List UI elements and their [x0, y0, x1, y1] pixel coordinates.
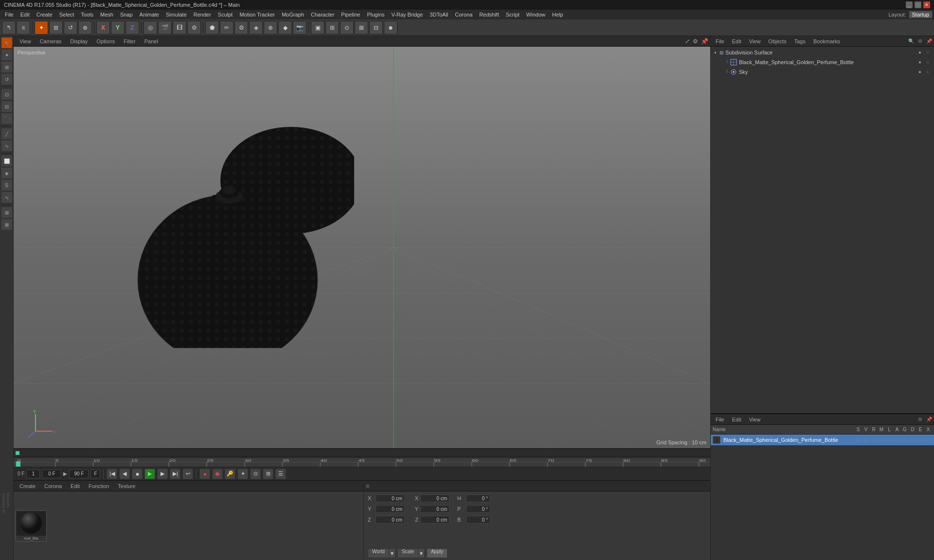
menu-animate[interactable]: Animate: [137, 11, 162, 18]
timeline-ruler[interactable]: 0 5 10 15 20 25 30 35 40: [14, 457, 710, 467]
btn-anim[interactable]: ✦: [237, 469, 248, 479]
mat-d-0[interactable]: □: [909, 438, 916, 442]
scene-search[interactable]: 🔍: [908, 38, 914, 44]
maximize-button[interactable]: □: [915, 1, 921, 8]
toolbar-move[interactable]: ✦: [35, 21, 48, 35]
menu-edit[interactable]: Edit: [18, 11, 33, 18]
sidebar-move[interactable]: ✦: [1, 49, 13, 61]
sidebar-obj1[interactable]: ⬜: [1, 155, 13, 167]
btn-prev-frame[interactable]: ◀: [119, 469, 130, 479]
scale-dropdown[interactable]: ▼: [418, 548, 425, 558]
toolbar-render4[interactable]: ⊠: [355, 21, 368, 35]
scene-item-subdivision[interactable]: ⊞ Subdivision Surface ● ○: [712, 48, 933, 57]
sidebar-polys[interactable]: ⬛: [1, 113, 13, 124]
menu-help[interactable]: Help: [549, 11, 566, 18]
toolbar-render3[interactable]: ⊙: [340, 21, 354, 35]
mat-settings[interactable]: ⚙: [918, 417, 922, 422]
menu-tools[interactable]: Tools: [78, 11, 96, 18]
menu-create[interactable]: Create: [34, 11, 55, 18]
toolbar-render5[interactable]: ⊟: [369, 21, 383, 35]
mat-v-0[interactable]: □: [862, 438, 870, 442]
btn-param[interactable]: ☰: [275, 469, 286, 479]
vp-tab-panel[interactable]: Panel: [141, 37, 162, 45]
scene-item-mesh[interactable]: └ Black_Matte_Spherical_Golden_Perfume_B…: [712, 57, 933, 67]
sidebar-rotate[interactable]: ↺: [1, 73, 13, 85]
mat-pin[interactable]: 📌: [926, 417, 932, 422]
subdiv-lock-icon[interactable]: ○: [924, 49, 931, 56]
mesh-lock-icon[interactable]: ○: [924, 59, 931, 66]
menu-plugins[interactable]: Plugins: [364, 11, 387, 18]
toolbar-render1[interactable]: ▣: [311, 21, 324, 35]
h-rot-input[interactable]: [466, 494, 490, 502]
mat-row-0[interactable]: Black_Matte_Spherical_Golden_Perfume_Bot…: [711, 435, 934, 445]
apply-button[interactable]: Apply: [427, 548, 448, 558]
mat-m-0[interactable]: □: [878, 438, 885, 442]
toolbar-y[interactable]: Y: [111, 21, 125, 35]
scene-view[interactable]: View: [746, 38, 764, 45]
vp-tab-filter[interactable]: Filter: [120, 37, 139, 45]
subdiv-expand[interactable]: [714, 50, 719, 55]
vp-pin[interactable]: 📌: [701, 38, 708, 45]
btn-motion[interactable]: ⊞: [263, 469, 273, 479]
btn-red2[interactable]: ◉: [212, 469, 223, 479]
sidebar-spline[interactable]: ∿: [1, 140, 13, 152]
mat-file[interactable]: File: [713, 416, 727, 423]
menu-window[interactable]: Window: [523, 11, 548, 18]
p-rot-input[interactable]: [466, 505, 490, 513]
vp-expand[interactable]: ⤢: [685, 38, 690, 45]
menu-render[interactable]: Render: [191, 11, 214, 18]
mat-edit[interactable]: Edit: [729, 416, 744, 423]
sidebar-obj3[interactable]: S: [1, 179, 13, 191]
mat-r-0[interactable]: □: [870, 438, 878, 442]
mat-tab-create[interactable]: Create: [16, 483, 39, 490]
toolbar-z[interactable]: Z: [126, 21, 139, 35]
scene-tags[interactable]: Tags: [791, 38, 808, 45]
layout-preset[interactable]: Startup: [909, 11, 932, 18]
scene-objects[interactable]: Objects: [765, 38, 789, 45]
toolbar-menu[interactable]: ≡: [17, 21, 30, 35]
x-pos-input[interactable]: [376, 494, 405, 502]
toolbar-magnet[interactable]: ◆: [278, 21, 292, 35]
menu-script[interactable]: Script: [503, 11, 522, 18]
btn-stop[interactable]: ■: [132, 469, 143, 479]
menu-pipeline[interactable]: Pipeline: [338, 11, 363, 18]
sidebar-select[interactable]: ↖: [1, 37, 13, 49]
sky-lock-icon[interactable]: ○: [924, 69, 931, 75]
vp-settings[interactable]: ⚙: [693, 38, 698, 45]
menu-file[interactable]: File: [2, 11, 17, 18]
scene-settings[interactable]: ⚙: [918, 38, 922, 44]
toolbar-inflate[interactable]: ⊕: [264, 21, 277, 35]
mat-view[interactable]: View: [746, 416, 764, 423]
sidebar-line[interactable]: ╱: [1, 128, 13, 140]
menu-character[interactable]: Character: [308, 11, 337, 18]
mat-e-0[interactable]: □: [916, 438, 924, 442]
toolbar-undo[interactable]: ↰: [2, 21, 16, 35]
btn-rec[interactable]: ●: [199, 469, 210, 479]
mat-tab-edit[interactable]: Edit: [67, 483, 84, 490]
toolbar-anim2[interactable]: 🎞: [173, 21, 186, 35]
mat-g-0[interactable]: □: [901, 438, 909, 442]
toolbar-render6[interactable]: ☻: [384, 21, 397, 35]
toolbar-scale[interactable]: ⊞: [49, 21, 63, 35]
toolbar-anim1[interactable]: 🎬: [158, 21, 172, 35]
scene-file[interactable]: File: [713, 38, 727, 45]
scene-pin[interactable]: 📌: [926, 38, 932, 44]
btn-loop[interactable]: ↩: [182, 469, 193, 479]
menu-mesh[interactable]: Mesh: [97, 11, 116, 18]
y-pos-input[interactable]: [376, 505, 405, 513]
mesh-vis-icon[interactable]: ●: [916, 59, 923, 66]
mat-tab-corona[interactable]: Corona: [40, 483, 66, 490]
sidebar-edges[interactable]: ⊟: [1, 101, 13, 112]
sidebar-scale[interactable]: ⊞: [1, 61, 13, 73]
z-size-input[interactable]: [420, 516, 449, 524]
material-thumbnail-0[interactable]: mat_Bla: [16, 510, 47, 542]
frame-input[interactable]: [26, 470, 40, 478]
toolbar-rotate[interactable]: ↺: [64, 21, 77, 35]
menu-sculpt[interactable]: Sculpt: [215, 11, 236, 18]
y-size-input[interactable]: [420, 505, 449, 513]
sidebar-terrain[interactable]: ⊞: [1, 207, 13, 218]
btn-next-frame[interactable]: ▶: [157, 469, 168, 479]
menu-3dto[interactable]: 3DToAll: [427, 11, 451, 18]
b-rot-input[interactable]: [466, 516, 490, 524]
sidebar-obj2[interactable]: ◈: [1, 167, 13, 179]
